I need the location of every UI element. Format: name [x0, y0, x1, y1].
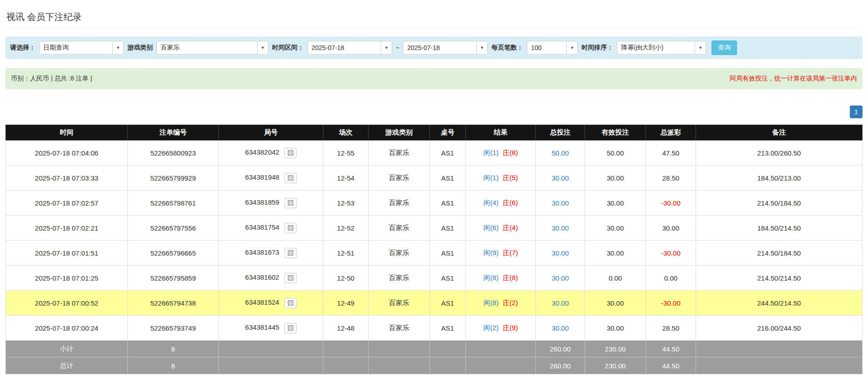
- page-title: 视讯 会员下注纪录: [5, 9, 863, 29]
- round-number: 634381948: [245, 173, 279, 181]
- cell-valid-bet: 30.00: [585, 291, 646, 316]
- cell-time: 2025-07-18 07:04:06: [6, 141, 128, 166]
- game-type-select[interactable]: 百家乐 ▼: [156, 41, 268, 55]
- cell-time: 2025-07-18 07:00:24: [6, 316, 128, 341]
- table-row: 2025-07-18 07:03:33 522665799929 6343819…: [6, 166, 863, 191]
- cell-total-bet: 30.00: [536, 166, 585, 191]
- cell-session: 12-54: [323, 166, 368, 191]
- bet-records-table: 时间 注单编号 局号 场次 游戏类别 桌号 结果 总投注 有效投注 总派彩 备注…: [5, 125, 863, 374]
- total-count: 8: [128, 357, 219, 374]
- cell-session: 12-51: [323, 241, 368, 266]
- cell-note: 244.50/214.50: [696, 291, 863, 316]
- summary-text: 币别：人民币 | 总共 :8 注单 |: [11, 75, 92, 83]
- cell-result: 闲(6) 庄(4): [466, 216, 536, 241]
- cell-result: 闲(1) 庄(8): [466, 141, 536, 166]
- header-game-type: 游戏类别: [368, 125, 430, 141]
- empty-cell: [466, 341, 536, 357]
- dice-icon[interactable]: ⚄: [284, 198, 297, 208]
- dice-icon[interactable]: ⚄: [284, 173, 297, 183]
- empty-cell: [696, 341, 863, 357]
- cell-bet-id: 522665797556: [128, 216, 219, 241]
- cell-payout: 0.00: [646, 266, 696, 291]
- total-total-bet: 260.00: [536, 357, 585, 374]
- search-button[interactable]: 查询: [712, 40, 737, 55]
- query-mode-select[interactable]: 日期查询 ▼: [39, 41, 124, 55]
- round-number: 634381754: [245, 223, 279, 231]
- total-bet-link[interactable]: 30.00: [552, 224, 569, 232]
- cell-result: 闲(9) 庄(7): [466, 241, 536, 266]
- cell-note: 214.50/214.50: [696, 266, 863, 291]
- header-valid-bet: 有效投注: [585, 125, 646, 141]
- cell-round: 634381524 ⚄: [219, 291, 323, 316]
- subtotal-row: 小计 8 260.00 230.00 44.50: [6, 341, 863, 357]
- cell-result: 闲(4) 庄(6): [466, 191, 536, 216]
- total-payout: 44.50: [646, 357, 696, 374]
- total-bet-link[interactable]: 30.00: [552, 274, 569, 282]
- cell-session: 12-52: [323, 216, 368, 241]
- cell-total-bet: 30.00: [536, 216, 585, 241]
- cell-bet-id: 522665796665: [128, 241, 219, 266]
- dice-icon[interactable]: ⚄: [284, 248, 297, 258]
- result-banker: 庄(4): [503, 224, 518, 231]
- result-banker: 庄(5): [503, 174, 518, 181]
- cell-game-type: 百家乐: [368, 216, 430, 241]
- cell-result: 闲(8) 庄(8): [466, 266, 536, 291]
- chevron-down-icon: ▼: [695, 41, 706, 54]
- header-result: 结果: [466, 125, 536, 141]
- header-round: 局号: [219, 125, 323, 141]
- round-number: 634382042: [245, 148, 279, 156]
- page-size-select[interactable]: 100 ▼: [527, 41, 578, 55]
- cell-note: 214.50/184.50: [696, 191, 863, 216]
- dice-icon[interactable]: ⚄: [284, 223, 297, 233]
- cell-round: 634381948 ⚄: [219, 166, 323, 191]
- cell-table: AS1: [430, 191, 466, 216]
- round-number: 634381445: [245, 323, 279, 331]
- cell-result: 闲(8) 庄(2): [466, 291, 536, 316]
- filter-bar: 请选择： 日期查询 ▼ 游戏类别 百家乐 ▼ 时间区间： 2025-07-18 …: [5, 36, 863, 59]
- round-number: 634381859: [245, 198, 279, 206]
- cell-session: 12-53: [323, 191, 368, 216]
- table-header-row: 时间 注单编号 局号 场次 游戏类别 桌号 结果 总投注 有效投注 总派彩 备注: [6, 125, 863, 141]
- table-row: 2025-07-18 07:02:21 522665797556 6343817…: [6, 216, 863, 241]
- result-banker: 庄(8): [503, 274, 518, 281]
- total-bet-link[interactable]: 30.00: [552, 299, 569, 307]
- dice-icon[interactable]: ⚄: [284, 298, 297, 308]
- sort-select[interactable]: 降幂(由大到小) ▼: [617, 41, 706, 55]
- date-to-select[interactable]: 2025-07-18 ▼: [403, 41, 488, 55]
- empty-cell: [368, 341, 430, 357]
- subtotal-payout: 44.50: [646, 341, 696, 357]
- total-bet-link[interactable]: 50.00: [552, 149, 569, 157]
- total-bet-link[interactable]: 30.00: [552, 249, 569, 257]
- header-payout: 总派彩: [646, 125, 696, 141]
- dice-icon[interactable]: ⚄: [284, 323, 297, 333]
- cell-table: AS1: [430, 241, 466, 266]
- total-bet-link[interactable]: 30.00: [552, 199, 569, 207]
- cell-note: 213.00/260.50: [696, 141, 863, 166]
- page-1-button[interactable]: 1: [850, 106, 863, 118]
- total-bet-link[interactable]: 30.00: [552, 174, 569, 182]
- date-from-select[interactable]: 2025-07-18 ▼: [308, 41, 392, 55]
- query-mode-label: 请选择：: [10, 44, 35, 52]
- total-row: 总计 8 260.00 230.00 44.50: [6, 357, 863, 374]
- result-player: 闲(1): [484, 149, 499, 156]
- chevron-down-icon: ▼: [112, 41, 123, 54]
- cell-valid-bet: 30.00: [585, 191, 646, 216]
- empty-cell: [219, 341, 323, 357]
- subtotal-label: 小计: [6, 341, 128, 357]
- dice-icon[interactable]: ⚄: [284, 273, 297, 283]
- total-bet-link[interactable]: 30.00: [552, 324, 569, 332]
- cell-valid-bet: 30.00: [585, 216, 646, 241]
- cell-valid-bet: 30.00: [585, 166, 646, 191]
- header-session: 场次: [323, 125, 368, 141]
- dice-icon[interactable]: ⚄: [284, 148, 297, 158]
- cell-total-bet: 30.00: [536, 191, 585, 216]
- cell-round: 634381445 ⚄: [219, 316, 323, 341]
- cell-note: 184.50/213.00: [696, 166, 863, 191]
- cell-result: 闲(2) 庄(9): [466, 316, 536, 341]
- table-row: 2025-07-18 07:02:57 522665798761 6343818…: [6, 191, 863, 216]
- empty-cell: [368, 357, 430, 374]
- table-body: 2025-07-18 07:04:06 522665800923 6343820…: [6, 141, 863, 341]
- chevron-down-icon: ▼: [566, 41, 577, 54]
- empty-cell: [466, 357, 536, 374]
- page: 视讯 会员下注纪录 请选择： 日期查询 ▼ 游戏类别 百家乐 ▼ 时间区间： 2…: [0, 0, 868, 382]
